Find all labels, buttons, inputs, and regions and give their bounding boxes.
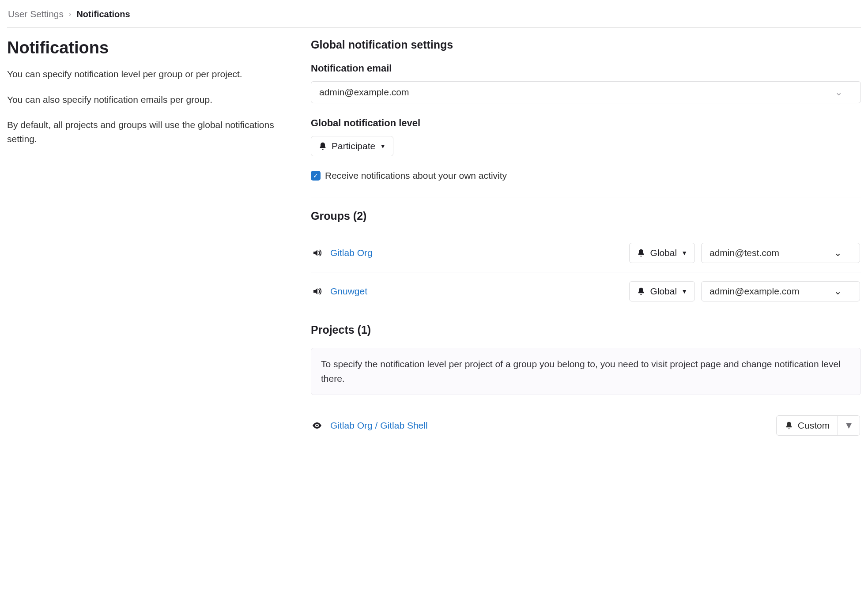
bell-icon <box>318 142 327 151</box>
divider <box>311 197 861 197</box>
project-level-button[interactable]: Custom <box>777 416 838 435</box>
volume-icon <box>312 248 330 258</box>
group-email-value: admin@example.com <box>709 286 799 297</box>
caret-down-icon: ▼ <box>681 288 687 295</box>
global-settings-heading: Global notification settings <box>311 38 861 51</box>
group-row: Gnuwget Global ▼ admin@example.com ⌄ <box>311 272 861 310</box>
page-title: Notifications <box>7 38 290 57</box>
group-row: Gitlab Org Global ▼ admin@test.com ⌄ <box>311 234 861 272</box>
notification-email-select[interactable]: admin@example.com ⌄ <box>311 81 861 103</box>
notification-email-label: Notification email <box>311 63 861 74</box>
project-row: Gitlab Org / Gitlab Shell Custom ▼ <box>311 409 861 442</box>
caret-down-icon: ▼ <box>380 143 386 150</box>
self-activity-label[interactable]: Receive notifications about your own act… <box>325 170 507 181</box>
breadcrumb-parent[interactable]: User Settings <box>8 9 64 19</box>
sidebar-desc-3: By default, all projects and groups will… <box>7 118 290 146</box>
chevron-right-icon: › <box>69 10 71 18</box>
caret-down-icon: ▼ <box>681 249 687 256</box>
projects-heading: Projects (1) <box>311 324 861 336</box>
global-level-dropdown[interactable]: Participate ▼ <box>311 136 393 156</box>
groups-heading: Groups (2) <box>311 210 861 222</box>
bell-icon <box>637 249 645 257</box>
bell-icon <box>785 421 793 430</box>
group-email-value: admin@test.com <box>709 248 779 258</box>
group-link[interactable]: Gitlab Org <box>330 248 373 258</box>
bell-icon <box>637 287 645 296</box>
group-email-select[interactable]: admin@test.com ⌄ <box>701 243 860 263</box>
group-level-value: Global <box>650 286 677 297</box>
chevron-down-icon: ⌄ <box>834 248 842 258</box>
self-activity-checkbox[interactable]: ✓ <box>311 171 321 181</box>
project-level-dropdown-toggle[interactable]: ▼ <box>838 416 860 435</box>
volume-icon <box>312 286 330 297</box>
breadcrumb: User Settings › Notifications <box>7 7 861 28</box>
project-level-value: Custom <box>798 420 830 431</box>
group-level-dropdown[interactable]: Global ▼ <box>629 243 695 263</box>
chevron-down-icon: ⌄ <box>835 87 843 98</box>
caret-down-icon: ▼ <box>844 420 853 431</box>
eye-icon <box>312 420 330 431</box>
global-level-value: Participate <box>332 141 375 151</box>
breadcrumb-current: Notifications <box>76 9 130 19</box>
group-link[interactable]: Gnuwget <box>330 286 367 296</box>
group-level-dropdown[interactable]: Global ▼ <box>629 281 695 301</box>
group-email-select[interactable]: admin@example.com ⌄ <box>701 281 860 301</box>
global-level-label: Global notification level <box>311 117 861 129</box>
project-link[interactable]: Gitlab Org / Gitlab Shell <box>330 420 428 430</box>
sidebar-desc-1: You can specify notification level per g… <box>7 67 290 81</box>
notification-email-value: admin@example.com <box>319 87 409 98</box>
sidebar-desc-2: You can also specify notification emails… <box>7 93 290 107</box>
projects-info: To specify the notification level per pr… <box>311 348 861 395</box>
group-level-value: Global <box>650 248 677 258</box>
project-level-split-button: Custom ▼ <box>776 415 860 436</box>
chevron-down-icon: ⌄ <box>834 286 842 297</box>
